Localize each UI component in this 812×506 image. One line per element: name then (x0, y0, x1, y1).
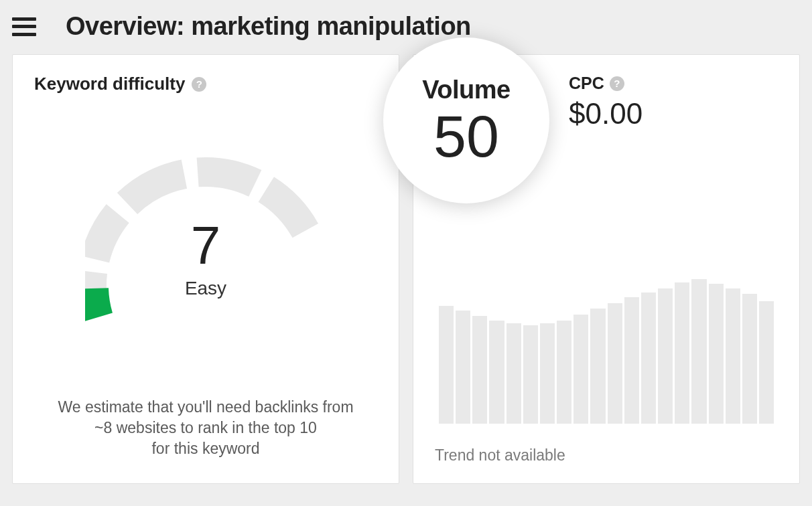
trend-bar (742, 294, 757, 424)
trend-bar (691, 279, 706, 424)
trend-bar (759, 301, 774, 424)
trend-bar (456, 311, 470, 424)
trend-bar (641, 292, 656, 424)
trend-bar (590, 309, 605, 424)
help-icon[interactable]: ? (192, 77, 206, 92)
help-icon[interactable]: ? (610, 76, 624, 91)
trend-bar (709, 284, 724, 424)
volume-callout: Volume 50 (383, 37, 549, 203)
header: Overview: marketing manipulation (0, 0, 812, 48)
cpc-metric: CPC ? $0.00 (569, 74, 642, 131)
cpc-label: CPC (569, 74, 604, 93)
trend-bar (439, 306, 454, 424)
trend-bar (557, 321, 571, 424)
difficulty-description: We estimate that you'll need backlinks f… (34, 397, 377, 465)
trend-bar (624, 297, 639, 424)
keyword-difficulty-card: Keyword difficulty ? (12, 54, 399, 484)
trend-chart (435, 276, 778, 424)
keyword-difficulty-title: Keyword difficulty (34, 74, 185, 94)
trend-bar (540, 323, 555, 424)
trend-bar (675, 282, 689, 424)
volume-label: Volume (422, 76, 510, 104)
trend-bar (608, 303, 622, 424)
trend-bar (472, 316, 487, 424)
trend-bar (658, 288, 673, 424)
trend-bar (726, 288, 740, 424)
trend-bar (573, 315, 588, 424)
difficulty-rating: Easy (185, 278, 226, 299)
cpc-value: $0.00 (569, 97, 642, 131)
trend-bar (506, 323, 521, 424)
trend-bar (489, 321, 504, 424)
menu-icon[interactable] (12, 17, 36, 36)
difficulty-gauge: 7 Easy (34, 94, 377, 397)
page-title: Overview: marketing manipulation (66, 12, 471, 41)
trend-caption: Trend not available (435, 446, 778, 465)
volume-value: 50 (433, 107, 499, 166)
trend-bar (523, 325, 538, 424)
difficulty-value: 7 (191, 219, 221, 272)
